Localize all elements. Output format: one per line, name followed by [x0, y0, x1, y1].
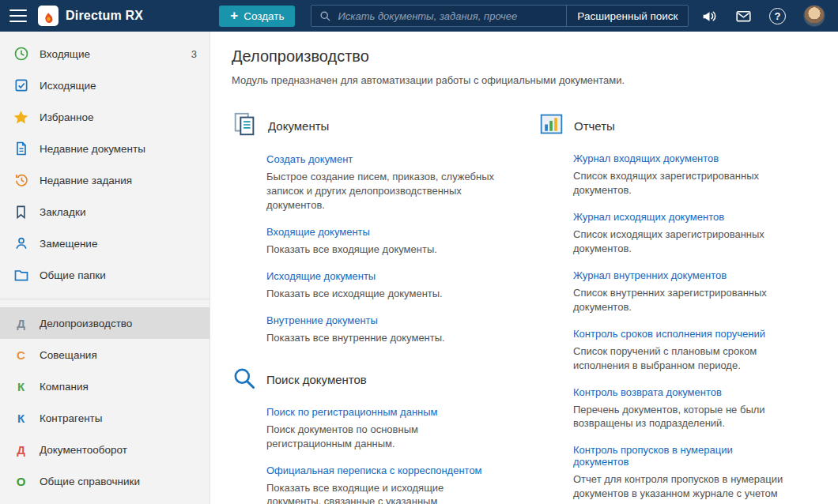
sidebar-item-shared-folders[interactable]: Общие папки	[0, 259, 210, 291]
link-registration-search[interactable]: Поиск по регистрационным данным	[266, 406, 438, 418]
list-item: Внутренние документы Показать все внутре…	[266, 314, 500, 345]
sidebar-item-label: Замещение	[40, 238, 97, 250]
module-letter-icon: К	[13, 380, 29, 393]
magnifier-icon	[232, 366, 257, 393]
sidebar-item-favorites[interactable]: Избранное	[0, 101, 210, 133]
checkbox-icon	[13, 77, 29, 94]
module-letter-icon: О	[13, 475, 29, 488]
sidebar: Входящие 3 Исходящие Избранное Недавние …	[0, 32, 210, 504]
sidebar-item-label: Общие папки	[40, 269, 106, 281]
item-description: Список исходящих зарегистрированных доку…	[573, 228, 783, 256]
item-description: Быстрое создание писем, приказов, служеб…	[266, 170, 500, 213]
sidebar-item-label: Избранное	[40, 111, 93, 123]
sidebar-item-inbox[interactable]: Входящие 3	[0, 38, 210, 70]
sidebar-module-shared-directories[interactable]: О Общие справочники	[0, 465, 210, 497]
history-clock-icon	[13, 172, 29, 189]
item-description: Показать все внутренние документы.	[266, 331, 500, 345]
link-outgoing-journal[interactable]: Журнал исходящих документов	[573, 211, 724, 223]
item-description: Показать все входящие документы.	[266, 243, 500, 257]
advanced-search-button[interactable]: Расширенный поиск	[566, 6, 688, 26]
link-documents-return-control[interactable]: Контроль возврата документов	[573, 386, 722, 398]
page-subtitle: Модуль предназначен для автоматизации ра…	[232, 74, 816, 86]
list-item: Контроль пропусков в нумерации документо…	[573, 444, 783, 504]
link-incoming-journal[interactable]: Журнал входящих документов	[573, 152, 719, 164]
module-letter-icon: Д	[13, 317, 29, 330]
sidebar-separator	[0, 299, 210, 299]
item-description: Отчет для контроля пропусков в нумерации…	[573, 472, 783, 504]
link-outgoing-documents[interactable]: Исходящие документы	[266, 270, 376, 282]
app-window: Directum RX + Создать Расширенный поиск …	[0, 0, 838, 504]
list-item: Официальная переписка с корреспондентом …	[266, 465, 500, 504]
list-item: Контроль сроков исполнения поручений Спи…	[573, 328, 783, 373]
clock-icon	[13, 46, 29, 62]
sidebar-item-label: Недавние задания	[40, 175, 132, 186]
section-title: Поиск документов	[266, 373, 367, 386]
sidebar-module-records-management[interactable]: Д Делопроизводство	[0, 307, 210, 339]
app-title: Directum RX	[66, 9, 143, 23]
avatar[interactable]	[803, 5, 825, 27]
section-document-search: Поиск документов Поиск по регистрационны…	[232, 366, 500, 504]
star-icon	[13, 109, 29, 126]
list-item: Журнал внутренних документов Список внут…	[573, 269, 783, 314]
bookmark-icon	[13, 204, 29, 220]
item-description: Список внутренних зарегистрированных док…	[573, 286, 783, 314]
section-documents: Документы Создать документ Быстрое созда…	[232, 111, 500, 345]
topbar-icons: ?	[701, 5, 825, 27]
sidebar-item-label: Закладки	[40, 206, 85, 218]
list-item: Журнал исходящих документов Список исход…	[573, 211, 783, 256]
item-description: Перечень документов, которые не были воз…	[573, 403, 783, 431]
sidebar-item-label: Компания	[40, 381, 89, 393]
main-content: Делопроизводство Модуль предназначен для…	[211, 32, 838, 504]
sidebar-item-recent-documents[interactable]: Недавние документы	[0, 133, 210, 164]
logo[interactable]: Directum RX	[38, 6, 143, 26]
list-item: Контроль возврата документов Перечень до…	[573, 386, 783, 431]
item-description: Список поручений с плановым сроком испол…	[573, 344, 783, 373]
link-incoming-documents[interactable]: Входящие документы	[266, 226, 370, 238]
list-item: Входящие документы Показать все входящие…	[266, 226, 500, 257]
link-assignments-deadline-control[interactable]: Контроль сроков исполнения поручений	[573, 328, 765, 340]
sidebar-item-label: Недавние документы	[40, 143, 145, 155]
announcements-icon[interactable]	[701, 8, 718, 24]
person-icon	[13, 235, 29, 252]
sidebar-item-label: Совещания	[40, 349, 97, 361]
link-internal-journal[interactable]: Журнал внутренних документов	[573, 269, 727, 281]
sidebar-item-bookmarks[interactable]: Закладки	[0, 196, 210, 228]
list-item: Создать документ Быстрое создание писем,…	[266, 153, 500, 213]
create-button[interactable]: + Создать	[219, 6, 295, 27]
sidebar-module-document-flow[interactable]: Д Документооборот	[0, 434, 210, 465]
sidebar-item-label: Документооборот	[40, 444, 127, 456]
list-item: Журнал входящих документов Список входящ…	[573, 152, 783, 197]
link-numbering-gaps-control[interactable]: Контроль пропусков в нумерации документо…	[573, 444, 783, 468]
link-create-document[interactable]: Создать документ	[266, 153, 353, 165]
sidebar-item-outbox[interactable]: Исходящие	[0, 70, 210, 101]
search-icon[interactable]	[311, 10, 338, 22]
section-title: Документы	[268, 119, 329, 133]
sidebar-item-substitution[interactable]: Замещение	[0, 228, 210, 259]
link-internal-documents[interactable]: Внутренние документы	[266, 314, 378, 326]
page-title: Делопроизводство	[232, 47, 816, 66]
sidebar-module-counterparties[interactable]: К Контрагенты	[0, 402, 210, 434]
list-item: Поиск по регистрационным данным Поиск до…	[266, 406, 500, 451]
plus-icon: +	[230, 9, 238, 22]
menu-icon[interactable]	[9, 9, 27, 22]
sidebar-module-meetings[interactable]: С Совещания	[0, 339, 210, 370]
folder-icon	[13, 267, 29, 284]
sidebar-module-company[interactable]: К Компания	[0, 370, 210, 402]
link-official-correspondence[interactable]: Официальная переписка с корреспондентом	[266, 465, 482, 476]
help-icon[interactable]: ?	[769, 8, 786, 24]
item-description: Список входящих зарегистрированных докум…	[573, 169, 783, 197]
mail-icon[interactable]	[735, 8, 752, 24]
search-bar: Расширенный поиск	[311, 5, 689, 27]
directum-logo-icon	[38, 6, 59, 26]
section-reports: Отчеты Журнал входящих документов Список…	[538, 111, 783, 504]
search-input[interactable]	[338, 10, 566, 22]
sidebar-item-label: Делопроизводство	[40, 318, 132, 329]
recent-document-icon	[13, 141, 29, 157]
item-description: Показать все входящие и исходящие докуме…	[266, 481, 500, 504]
sidebar-item-label: Исходящие	[40, 80, 96, 92]
sidebar-item-recent-tasks[interactable]: Недавние задания	[0, 164, 210, 196]
documents-icon	[232, 111, 259, 141]
item-description: Поиск документов по основным регистрацио…	[266, 423, 500, 451]
unread-count-badge: 3	[191, 48, 197, 60]
topbar: Directum RX + Создать Расширенный поиск …	[0, 0, 838, 32]
